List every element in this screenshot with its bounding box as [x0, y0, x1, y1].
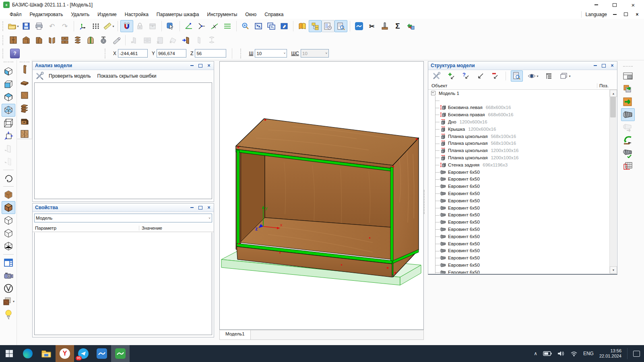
insert-facade-icon[interactable]	[180, 34, 192, 46]
corner-cabinet-icon[interactable]	[20, 34, 33, 46]
scroll-down-button[interactable]: ▼	[610, 266, 617, 274]
undo-icon[interactable]: ↶	[45, 20, 58, 32]
window-minimize-button[interactable]	[587, 0, 605, 10]
view-left-face-icon[interactable]	[2, 65, 15, 78]
panel-edit2-disabled-icon[interactable]	[2, 155, 15, 168]
fastener-move-disabled-icon[interactable]	[621, 121, 635, 134]
print-icon[interactable]	[33, 20, 45, 32]
language-indicator[interactable]: ENG	[583, 351, 594, 356]
tray-expand-icon[interactable]: ∧	[534, 351, 537, 356]
add-element-icon[interactable]	[445, 70, 457, 82]
view-front-face-icon[interactable]	[2, 78, 15, 91]
clock[interactable]: 13:56 22.01.2024	[599, 348, 621, 359]
panel-maximize-button[interactable]	[198, 205, 203, 210]
big-panel-icon[interactable]	[18, 89, 31, 102]
archive-disabled-icon[interactable]	[146, 20, 159, 32]
show-hidden-errors-button[interactable]: Показать скрытые ошибки	[95, 72, 159, 80]
arched-doors-icon[interactable]	[84, 34, 97, 46]
grid-step2-combobox-disabled[interactable]: 10˅	[301, 49, 329, 58]
tree-item[interactable]: Евровинт 6x50	[429, 247, 610, 255]
group-windows-icon[interactable]: ▾	[557, 70, 573, 82]
panel-disabled-icon[interactable]	[192, 34, 205, 46]
menu-item[interactable]: Изделие	[93, 10, 121, 19]
facade-doors-icon[interactable]	[18, 128, 31, 140]
model-tab[interactable]: Модель1	[220, 330, 251, 339]
delete-drawer-disabled-icon[interactable]	[141, 34, 154, 46]
panel-close-button[interactable]: ×	[206, 205, 211, 210]
view-top-face-icon[interactable]	[2, 91, 15, 104]
menu-item[interactable]: Настройка	[121, 10, 153, 19]
properties-table-body[interactable]	[34, 232, 212, 335]
render-wireframe-icon[interactable]	[2, 240, 15, 253]
mdi-restore-button[interactable]	[622, 11, 630, 18]
tree-item[interactable]: Евровинт 6x50	[429, 204, 610, 212]
horizontal-panel-icon[interactable]	[18, 76, 31, 89]
analysis-results-area[interactable]	[34, 82, 212, 199]
battery-icon[interactable]	[543, 351, 552, 356]
pick-element-icon[interactable]	[474, 70, 486, 82]
fastener-apply-icon[interactable]	[621, 147, 635, 160]
view-wireframe-icon[interactable]	[2, 117, 15, 130]
tree-item[interactable]: Евровинт 6x50	[429, 261, 610, 269]
tree-scrollbar[interactable]: ▲ ▼	[609, 90, 617, 274]
report-table-icon[interactable]	[621, 70, 635, 82]
drawer-icon[interactable]	[18, 115, 31, 128]
vertical-panel-icon[interactable]	[18, 63, 31, 76]
bazis-module-icon[interactable]	[353, 20, 365, 32]
open-doors-icon[interactable]	[45, 34, 58, 46]
tree-item[interactable]: Боковина левая 668x600x16	[429, 104, 610, 111]
window-layout-icon[interactable]	[2, 256, 15, 269]
save-icon[interactable]	[20, 20, 33, 32]
tree-item[interactable]: Боковина правая 668x600x16	[429, 111, 610, 118]
bazis-shkaf-taskbar-icon[interactable]	[111, 345, 130, 362]
help-button[interactable]: ?	[10, 49, 20, 58]
render-textured-icon[interactable]	[2, 188, 15, 201]
scroll-thumb[interactable]	[610, 97, 616, 117]
mdi-minimize-button[interactable]	[611, 11, 618, 18]
tree-item[interactable]: Крышка 1200x600x16	[429, 125, 610, 133]
export-element-icon[interactable]	[621, 95, 635, 108]
window-restore-button[interactable]	[605, 0, 624, 10]
render-hidden-lines-icon[interactable]	[2, 227, 15, 240]
panel-edit-disabled-icon[interactable]	[2, 142, 15, 155]
delete-cabinet-disabled-icon[interactable]	[154, 34, 167, 46]
menu-item-language[interactable]: Language	[586, 12, 607, 17]
tree-item[interactable]: Евровинт 6x50	[429, 197, 610, 204]
drawers-icon[interactable]	[58, 34, 71, 46]
collapse-icon[interactable]	[431, 91, 436, 95]
ruler-icon[interactable]: ▾	[102, 20, 115, 32]
tree-item[interactable]: Планка цокольная 568x100x16	[429, 133, 610, 140]
yandex-taskbar-icon[interactable]: Y	[56, 345, 74, 362]
menu-item[interactable]: Окно	[241, 10, 260, 19]
menu-item[interactable]: Справка	[260, 10, 287, 19]
angle-measure-icon[interactable]	[182, 20, 195, 32]
menu-item[interactable]: Редактировать	[26, 10, 67, 19]
lock-disabled-icon[interactable]	[133, 20, 146, 32]
drilling-icon[interactable]	[378, 20, 391, 32]
tree-item[interactable]: Планка цокольная 1200x100x16	[429, 147, 610, 154]
telegram-taskbar-icon[interactable]: 95	[74, 345, 93, 362]
tree-item[interactable]: Евровинт 6x50	[429, 183, 610, 190]
preview-toggle-icon[interactable]	[511, 70, 523, 82]
panel-minimize-button[interactable]	[190, 63, 194, 68]
panel-close-button[interactable]: ×	[610, 63, 615, 68]
explorer-taskbar-icon[interactable]	[37, 345, 56, 362]
tree-item[interactable]: Евровинт 6x50	[429, 269, 610, 274]
delete-door-disabled-icon[interactable]	[128, 34, 141, 46]
axes-icon[interactable]	[76, 20, 89, 32]
sum-report-icon[interactable]: Σ	[391, 20, 404, 32]
angled-cabinet-icon[interactable]	[33, 34, 45, 46]
tree-item[interactable]: Планка цокольная 1200x100x16	[429, 154, 610, 161]
help-pick-icon[interactable]: ?	[460, 70, 472, 82]
flip-fastener-icon[interactable]	[621, 134, 635, 147]
tree-item[interactable]: Евровинт 6x50	[429, 226, 610, 233]
start-button[interactable]	[0, 345, 19, 362]
cut-icon[interactable]: ✂	[365, 20, 378, 32]
update-model-icon[interactable]	[404, 20, 417, 32]
y-coordinate-input[interactable]: 966,674	[157, 49, 186, 58]
menu-item[interactable]: Инструменты	[203, 10, 242, 19]
menu-item[interactable]: Параметры шкафа	[153, 10, 203, 19]
tree-item[interactable]: Евровинт 6x50	[429, 176, 610, 183]
toolbar-grip[interactable]	[2, 35, 5, 45]
camera-icon[interactable]	[2, 269, 15, 282]
